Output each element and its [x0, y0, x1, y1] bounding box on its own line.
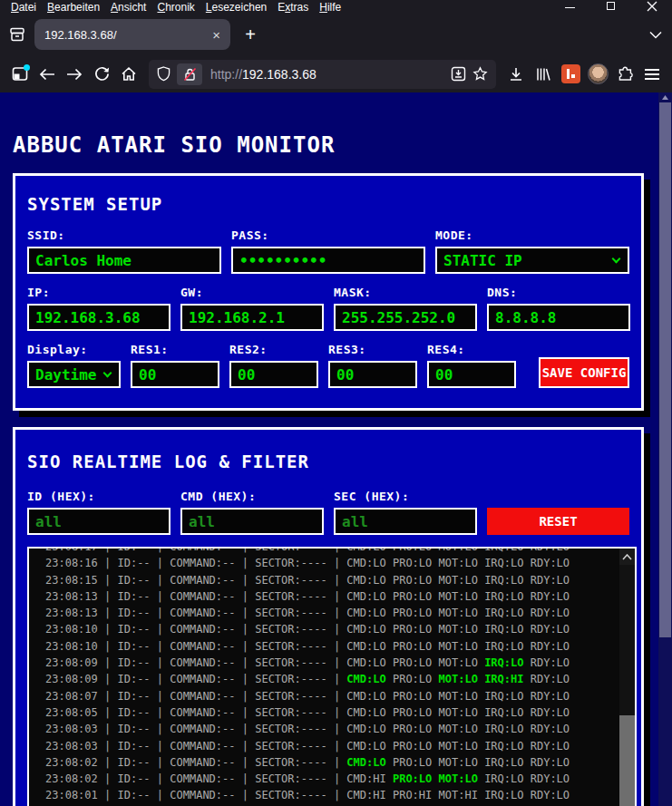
log-signal: CMD:LO [346, 574, 385, 587]
account-button[interactable] [585, 62, 610, 87]
res2-label: RES2: [229, 343, 318, 356]
log-signal: MOT:LO [439, 557, 478, 569]
insecure-connection-button[interactable] [177, 63, 202, 85]
log-signal: RDY:LO [531, 574, 570, 587]
save-page-icon[interactable] [451, 66, 466, 82]
pass-field: PASS: [231, 228, 425, 274]
new-tab-button[interactable]: + [238, 22, 263, 47]
log-signal: IRQ:LO [484, 789, 523, 801]
ip-label: IP: [27, 286, 170, 299]
maximize-button[interactable] [590, 0, 631, 13]
downloads-button[interactable] [503, 62, 529, 87]
puzzle-piece-icon [618, 66, 633, 82]
close-icon [647, 1, 657, 12]
log-row: 23:08:09 | ID:-- | COMMAND:-- | SECTOR:-… [45, 671, 635, 687]
firefox-view-icon-button[interactable] [7, 62, 33, 87]
log-signal: PRO:LO [393, 740, 432, 753]
list-all-tabs-button[interactable] [644, 23, 667, 46]
url-protocol: http:// [210, 67, 242, 82]
log-row: 23:08:10 | ID:-- | COMMAND:-- | SECTOR:-… [45, 621, 635, 637]
page-scrollbar-thumb[interactable] [659, 102, 671, 637]
back-button[interactable] [34, 62, 60, 87]
pass-input[interactable] [231, 247, 425, 274]
menu-item-datei[interactable]: Datei [5, 0, 42, 14]
menu-button[interactable] [639, 62, 665, 87]
address-bar[interactable]: http://192.168.3.68 [149, 60, 496, 89]
filter-cmd-field: CMD (HEX): [180, 490, 324, 535]
log-row: 23:08:03 | ID:-- | COMMAND:-- | SECTOR:-… [45, 738, 635, 754]
menu-item-extras[interactable]: Extras [272, 0, 314, 14]
mode-select[interactable]: STATIC IP [435, 247, 629, 274]
ssid-input[interactable] [27, 247, 221, 274]
tab-bar: 192.168.3.68/ × + [0, 14, 672, 55]
addon-button[interactable] [558, 62, 583, 87]
log-signal: PRO:LO [393, 656, 432, 669]
library-icon [536, 67, 550, 82]
save-config-button[interactable]: SAVE CONFIG [539, 357, 629, 388]
log-signal: RDY:LO [531, 706, 570, 719]
minimize-button[interactable] [550, 0, 590, 13]
filter-id-input[interactable] [27, 508, 170, 535]
ip-input[interactable] [27, 304, 170, 331]
reload-button[interactable] [89, 62, 114, 87]
gw-input[interactable] [180, 304, 324, 331]
log-signal: CMD:HI [346, 789, 385, 801]
dns-field: DNS: [487, 286, 630, 331]
log-signal: IRQ:LO [484, 656, 523, 669]
browser-tab[interactable]: 192.168.3.68/ × [34, 19, 230, 50]
log-signal: PRO:LO [393, 772, 432, 785]
log-row: 23:08:01 | ID:-- | COMMAND:-- | SECTOR:-… [45, 787, 635, 803]
log-signal: PRO:LO [393, 690, 432, 703]
log-output[interactable]: 23:08:17 | ID:-- | COMMAND:-- | SECTOR:-… [27, 547, 637, 806]
close-button[interactable] [631, 0, 672, 13]
notification-dot [24, 64, 30, 71]
log-signal: IRQ:LO [484, 557, 523, 569]
filter-cmd-input[interactable] [180, 508, 324, 535]
library-button[interactable] [531, 62, 556, 87]
mask-label: MASK: [334, 286, 477, 299]
log-row: 23:08:17 | ID:-- | COMMAND:-- | SECTOR:-… [45, 547, 635, 555]
home-button[interactable] [116, 62, 141, 87]
log-scrollbar-thumb[interactable] [619, 715, 635, 806]
reset-button[interactable]: RESET [487, 508, 629, 535]
filter-sec-field: SEC (HEX): [334, 490, 477, 535]
log-row: 23:08:09 | ID:-- | COMMAND:-- | SECTOR:-… [45, 655, 635, 671]
log-row: 23:08:02 | ID:-- | COMMAND:-- | SECTOR:-… [45, 754, 635, 771]
dns-input[interactable] [487, 304, 630, 331]
log-signal: MOT:LO [439, 706, 478, 719]
menu-item-lesezeichen[interactable]: Lesezeichen [200, 0, 272, 14]
res3-field: RES3: [328, 343, 417, 388]
chevron-up-icon [622, 554, 632, 560]
filter-sec-input[interactable] [334, 508, 477, 535]
log-signal: IRQ:LO [484, 690, 523, 703]
mask-field: MASK: [334, 286, 477, 331]
bookmark-star-icon[interactable] [472, 66, 488, 82]
res2-input[interactable] [229, 361, 318, 388]
log-signal: MOT:LO [439, 656, 478, 669]
menu-item-bearbeiten[interactable]: Bearbeiten [42, 0, 105, 14]
mask-input[interactable] [334, 304, 477, 331]
url-host: 192.168.3.68 [242, 67, 317, 82]
menu-item-ansicht[interactable]: Ansicht [105, 0, 151, 14]
display-select[interactable]: Daytime [27, 361, 121, 388]
firefox-view-button[interactable] [5, 22, 30, 47]
tab-close-icon[interactable]: × [209, 28, 223, 42]
log-signal: MOT:LO [439, 673, 478, 685]
scroll-up-button[interactable] [619, 549, 635, 565]
forward-button[interactable] [62, 62, 87, 87]
ssid-label: SSID: [27, 228, 221, 242]
page-title: ABBUC ATARI SIO MONITOR [13, 92, 658, 158]
log-scrollbar[interactable] [619, 549, 635, 806]
res4-input[interactable] [427, 361, 516, 388]
res1-input[interactable] [131, 361, 219, 388]
log-signal: RDY:LO [531, 557, 570, 569]
menu-item-chronik[interactable]: Chronik [151, 0, 200, 14]
log-signal: CMD:LO [346, 656, 385, 669]
log-signal: CMD:LO [346, 723, 385, 735]
extensions-button[interactable] [612, 62, 638, 87]
log-signal: CMD:LO [346, 690, 385, 703]
menu-item-hilfe[interactable]: Hilfe [314, 0, 346, 14]
res3-input[interactable] [328, 361, 417, 388]
maximize-icon [607, 2, 615, 10]
page-scrollbar[interactable] [658, 92, 672, 806]
